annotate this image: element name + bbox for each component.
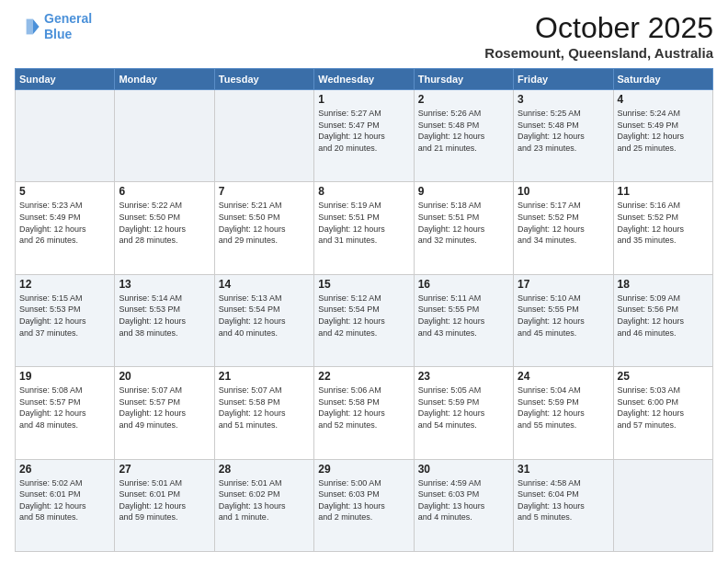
calendar-cell-5-3: 28Sunrise: 5:01 AM Sunset: 6:02 PM Dayli… [214,459,313,551]
day-number: 1 [318,93,409,106]
col-wednesday: Wednesday [314,69,414,90]
day-number: 15 [318,278,409,291]
day-number: 21 [219,370,310,383]
day-info: Sunrise: 5:14 AM Sunset: 5:53 PM Dayligh… [119,293,210,339]
calendar-cell-4-4: 22Sunrise: 5:06 AM Sunset: 5:58 PM Dayli… [314,367,414,459]
day-number: 9 [418,185,509,198]
calendar-cell-1-1 [16,90,115,182]
week-row-1: 1Sunrise: 5:27 AM Sunset: 5:47 PM Daylig… [16,90,713,182]
day-info: Sunrise: 5:19 AM Sunset: 5:51 PM Dayligh… [318,200,409,246]
week-row-5: 26Sunrise: 5:02 AM Sunset: 6:01 PM Dayli… [16,459,713,551]
day-info: Sunrise: 5:00 AM Sunset: 6:03 PM Dayligh… [318,477,409,523]
calendar-cell-3-1: 12Sunrise: 5:15 AM Sunset: 5:53 PM Dayli… [16,274,115,366]
day-number: 6 [119,185,210,198]
day-info: Sunrise: 5:15 AM Sunset: 5:53 PM Dayligh… [19,293,110,339]
calendar-cell-3-6: 17Sunrise: 5:10 AM Sunset: 5:55 PM Dayli… [514,274,613,366]
calendar-cell-1-2 [115,90,214,182]
day-info: Sunrise: 5:22 AM Sunset: 5:50 PM Dayligh… [119,200,210,246]
day-info: Sunrise: 5:12 AM Sunset: 5:54 PM Dayligh… [318,293,409,339]
calendar-cell-4-3: 21Sunrise: 5:07 AM Sunset: 5:58 PM Dayli… [214,367,313,459]
calendar-cell-2-1: 5Sunrise: 5:23 AM Sunset: 5:49 PM Daylig… [16,182,115,274]
col-thursday: Thursday [414,69,513,90]
day-number: 23 [418,370,509,383]
logo: General Blue [15,11,92,42]
day-number: 17 [518,278,609,291]
day-info: Sunrise: 5:13 AM Sunset: 5:54 PM Dayligh… [219,293,310,339]
calendar: Sunday Monday Tuesday Wednesday Thursday… [15,68,713,552]
calendar-cell-5-6: 31Sunrise: 4:58 AM Sunset: 6:04 PM Dayli… [514,459,613,551]
day-info: Sunrise: 5:10 AM Sunset: 5:55 PM Dayligh… [518,293,609,339]
header: General Blue October 2025 Rosemount, Que… [15,11,713,61]
calendar-cell-1-7: 4Sunrise: 5:24 AM Sunset: 5:49 PM Daylig… [613,90,712,182]
week-row-3: 12Sunrise: 5:15 AM Sunset: 5:53 PM Dayli… [16,274,713,366]
day-number: 30 [418,463,509,476]
calendar-cell-1-5: 2Sunrise: 5:26 AM Sunset: 5:48 PM Daylig… [414,90,513,182]
day-number: 19 [19,370,110,383]
calendar-cell-3-5: 16Sunrise: 5:11 AM Sunset: 5:55 PM Dayli… [414,274,513,366]
calendar-cell-4-1: 19Sunrise: 5:08 AM Sunset: 5:57 PM Dayli… [16,367,115,459]
calendar-cell-2-2: 6Sunrise: 5:22 AM Sunset: 5:50 PM Daylig… [115,182,214,274]
calendar-cell-3-2: 13Sunrise: 5:14 AM Sunset: 5:53 PM Dayli… [115,274,214,366]
week-row-4: 19Sunrise: 5:08 AM Sunset: 5:57 PM Dayli… [16,367,713,459]
day-info: Sunrise: 5:23 AM Sunset: 5:49 PM Dayligh… [19,200,110,246]
day-number: 20 [119,370,210,383]
day-info: Sunrise: 5:07 AM Sunset: 5:57 PM Dayligh… [119,385,210,431]
day-number: 5 [19,185,110,198]
day-number: 12 [19,278,110,291]
title-block: October 2025 Rosemount, Queensland, Aust… [484,11,713,61]
calendar-cell-1-4: 1Sunrise: 5:27 AM Sunset: 5:47 PM Daylig… [314,90,414,182]
day-number: 24 [518,370,609,383]
day-info: Sunrise: 5:01 AM Sunset: 6:02 PM Dayligh… [219,477,310,523]
day-info: Sunrise: 5:25 AM Sunset: 5:48 PM Dayligh… [518,108,609,154]
day-number: 3 [518,93,609,106]
day-number: 7 [219,185,310,198]
col-monday: Monday [115,69,214,90]
calendar-cell-5-7 [613,459,712,551]
calendar-cell-1-3 [214,90,313,182]
day-info: Sunrise: 5:06 AM Sunset: 5:58 PM Dayligh… [318,385,409,431]
location: Rosemount, Queensland, Australia [484,45,713,61]
day-info: Sunrise: 5:01 AM Sunset: 6:01 PM Dayligh… [119,477,210,523]
day-info: Sunrise: 5:08 AM Sunset: 5:57 PM Dayligh… [19,385,110,431]
day-info: Sunrise: 5:17 AM Sunset: 5:52 PM Dayligh… [518,200,609,246]
calendar-cell-2-3: 7Sunrise: 5:21 AM Sunset: 5:50 PM Daylig… [214,182,313,274]
day-info: Sunrise: 4:58 AM Sunset: 6:04 PM Dayligh… [518,477,609,523]
calendar-header-row: Sunday Monday Tuesday Wednesday Thursday… [16,69,713,90]
calendar-cell-2-6: 10Sunrise: 5:17 AM Sunset: 5:52 PM Dayli… [514,182,613,274]
day-number: 22 [318,370,409,383]
day-info: Sunrise: 5:24 AM Sunset: 5:49 PM Dayligh… [618,108,709,154]
week-row-2: 5Sunrise: 5:23 AM Sunset: 5:49 PM Daylig… [16,182,713,274]
calendar-cell-2-5: 9Sunrise: 5:18 AM Sunset: 5:51 PM Daylig… [414,182,513,274]
logo-icon [15,14,40,40]
day-info: Sunrise: 5:03 AM Sunset: 6:00 PM Dayligh… [618,385,709,431]
day-number: 13 [119,278,210,291]
calendar-cell-4-2: 20Sunrise: 5:07 AM Sunset: 5:57 PM Dayli… [115,367,214,459]
page: General Blue October 2025 Rosemount, Que… [0,0,728,563]
month-title: October 2025 [484,11,713,45]
col-sunday: Sunday [16,69,115,90]
day-info: Sunrise: 5:09 AM Sunset: 5:56 PM Dayligh… [618,293,709,339]
day-info: Sunrise: 5:07 AM Sunset: 5:58 PM Dayligh… [219,385,310,431]
day-number: 10 [518,185,609,198]
calendar-cell-2-4: 8Sunrise: 5:19 AM Sunset: 5:51 PM Daylig… [314,182,414,274]
day-number: 26 [19,463,110,476]
day-number: 28 [219,463,310,476]
calendar-cell-4-7: 25Sunrise: 5:03 AM Sunset: 6:00 PM Dayli… [613,367,712,459]
day-number: 8 [318,185,409,198]
col-saturday: Saturday [613,69,712,90]
day-number: 2 [418,93,509,106]
day-info: Sunrise: 4:59 AM Sunset: 6:03 PM Dayligh… [418,477,509,523]
svg-marker-1 [27,18,33,34]
calendar-cell-2-7: 11Sunrise: 5:16 AM Sunset: 5:52 PM Dayli… [613,182,712,274]
col-friday: Friday [514,69,613,90]
day-info: Sunrise: 5:27 AM Sunset: 5:47 PM Dayligh… [318,108,409,154]
day-info: Sunrise: 5:16 AM Sunset: 5:52 PM Dayligh… [618,200,709,246]
day-number: 16 [418,278,509,291]
day-info: Sunrise: 5:11 AM Sunset: 5:55 PM Dayligh… [418,293,509,339]
day-info: Sunrise: 5:26 AM Sunset: 5:48 PM Dayligh… [418,108,509,154]
day-number: 11 [618,185,709,198]
day-number: 27 [119,463,210,476]
calendar-cell-3-4: 15Sunrise: 5:12 AM Sunset: 5:54 PM Dayli… [314,274,414,366]
day-info: Sunrise: 5:18 AM Sunset: 5:51 PM Dayligh… [418,200,509,246]
calendar-cell-5-4: 29Sunrise: 5:00 AM Sunset: 6:03 PM Dayli… [314,459,414,551]
